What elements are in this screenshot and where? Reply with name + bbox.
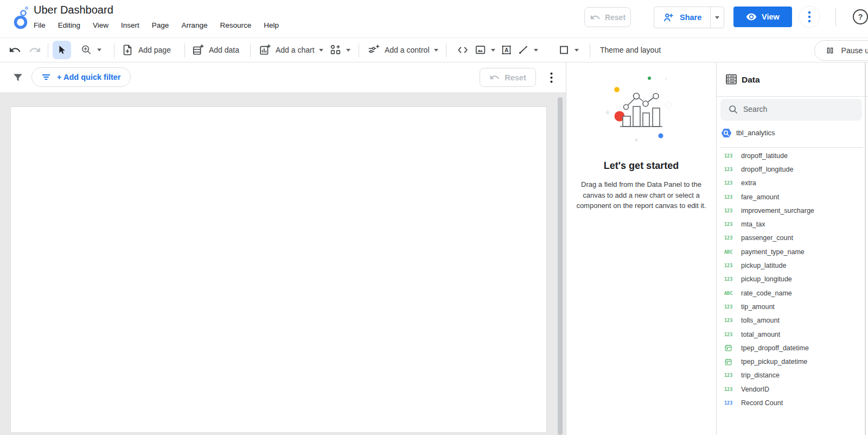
filter-reset-label: Reset	[505, 73, 526, 82]
shape-tool-button[interactable]	[558, 44, 579, 56]
chevron-down-icon	[534, 49, 538, 52]
add-data-button[interactable]: Add data	[192, 44, 239, 56]
field-row[interactable]: 123fare_amount	[717, 190, 865, 204]
menu-item-page[interactable]: Page	[152, 21, 169, 29]
number-field-type-icon: 123	[724, 208, 735, 213]
pause-updates-button[interactable]: Pause updates	[814, 40, 868, 61]
zoom-tool-button[interactable]	[80, 44, 101, 56]
field-name: dropoff_longitude	[741, 166, 793, 173]
data-panel-scrollbar[interactable]	[865, 62, 866, 435]
field-row[interactable]: tpep_dropoff_datetime	[717, 341, 865, 355]
number-field-type-icon: 123	[724, 318, 735, 323]
kebab-menu-icon	[808, 11, 811, 23]
menu-item-help[interactable]: Help	[264, 21, 279, 29]
quick-filter-bar: + Add quick filter Reset	[0, 62, 566, 92]
person-add-icon	[663, 12, 674, 23]
header-divider	[835, 8, 836, 26]
number-field-type-icon: 123	[724, 263, 735, 268]
share-button[interactable]: Share	[654, 7, 710, 28]
field-row[interactable]: tpep_pickup_datetime	[717, 355, 865, 368]
field-row[interactable]: 123improvement_surcharge	[717, 204, 865, 217]
field-row[interactable]: 123trip_distance	[717, 369, 865, 382]
field-row[interactable]: 123Record Count	[717, 396, 865, 409]
add-chart-icon	[259, 44, 271, 56]
field-row[interactable]: 123dropoff_latitude	[717, 149, 865, 162]
help-button[interactable]: ?	[853, 9, 868, 24]
field-row[interactable]: 123total_amount	[717, 327, 865, 341]
canvas-vertical-scrollbar[interactable]	[558, 97, 563, 435]
theme-and-layout-button[interactable]: Theme and layout	[600, 46, 661, 54]
add-data-icon	[192, 44, 204, 56]
number-field-type-icon: 123	[724, 304, 735, 310]
pause-updates-label: Pause updates	[841, 46, 868, 55]
toolbar-divider	[184, 43, 185, 58]
number-field-type-icon: 123	[724, 222, 735, 227]
panel-divider	[717, 96, 868, 97]
view-label: View	[762, 12, 780, 21]
field-row[interactable]: 123extra	[717, 176, 865, 190]
report-title[interactable]: Uber Dashboard	[34, 4, 113, 16]
text-tool-button[interactable]: A	[501, 44, 513, 56]
toolbar: Add page Add data Add a chart	[0, 37, 868, 62]
filter-reset-button[interactable]: Reset	[480, 68, 536, 87]
number-field-type-icon: 123	[724, 235, 735, 241]
data-search-input[interactable]: Search	[720, 99, 862, 121]
line-tool-button[interactable]	[518, 44, 538, 56]
field-row[interactable]: 123VendorID	[717, 382, 865, 396]
field-row[interactable]: 123tip_amount	[717, 300, 865, 313]
field-list: 123dropoff_latitude123dropoff_longitude1…	[717, 149, 865, 410]
filter-more-options-button[interactable]	[546, 69, 557, 86]
view-button[interactable]: View	[733, 7, 792, 27]
bigquery-hexagon-icon	[720, 127, 733, 140]
share-label: Share	[680, 13, 701, 22]
data-source-row[interactable]: tbl_analytics	[717, 125, 868, 141]
field-row[interactable]: 123tolls_amount	[717, 314, 865, 327]
field-name: tip_amount	[741, 303, 775, 311]
field-row[interactable]: ABCrate_code_name	[717, 286, 865, 300]
text-field-type-icon: ABC	[724, 249, 735, 255]
more-options-button[interactable]	[799, 6, 820, 28]
community-viz-icon	[330, 44, 342, 56]
add-chart-button[interactable]: Add a chart	[259, 44, 323, 56]
looker-studio-logo-icon	[8, 3, 31, 30]
menu-item-insert[interactable]: Insert	[121, 21, 139, 29]
select-tool-button[interactable]	[53, 41, 71, 59]
menu-item-arrange[interactable]: Arrange	[181, 21, 207, 29]
menu-item-editing[interactable]: Editing	[58, 21, 80, 29]
field-name: Record Count	[741, 399, 783, 407]
undo-arrow-icon	[590, 12, 601, 23]
reset-button[interactable]: Reset	[584, 7, 631, 27]
metric-field-type-icon: 123	[724, 400, 735, 406]
menu-item-resource[interactable]: Resource	[220, 21, 251, 29]
field-row[interactable]: 123dropoff_longitude	[717, 162, 865, 176]
field-row[interactable]: 123mta_tax	[717, 217, 865, 231]
field-name: VendorID	[741, 386, 769, 393]
toolbar-divider	[359, 43, 359, 58]
field-name: tpep_dropoff_datetime	[741, 344, 809, 352]
rectangle-shape-icon	[558, 44, 570, 56]
chevron-down-icon	[575, 49, 579, 52]
menu-item-file[interactable]: File	[34, 21, 46, 29]
share-dropdown-button[interactable]	[710, 7, 724, 28]
embed-code-button[interactable]	[456, 44, 470, 56]
toolbar-divider	[250, 43, 251, 58]
field-row[interactable]: 123pickup_longitude	[717, 273, 865, 286]
community-visualizations-button[interactable]	[330, 44, 350, 56]
field-row[interactable]: 123passenger_count	[717, 231, 865, 245]
number-field-type-icon: 123	[724, 387, 735, 392]
undo-button[interactable]	[9, 44, 21, 56]
report-canvas-page[interactable]	[10, 106, 547, 433]
undo-arrow-icon	[489, 72, 500, 83]
panel-divider	[719, 147, 863, 148]
image-tool-button[interactable]	[475, 44, 495, 56]
add-control-button[interactable]: Add a control	[368, 44, 438, 56]
field-row[interactable]: 123pickup_latitude	[717, 259, 865, 272]
add-quick-filter-button[interactable]: + Add quick filter	[31, 67, 131, 87]
add-page-button[interactable]: Add page	[122, 44, 171, 56]
data-panel: Data Search tbl_analytics 123dropoff_lat…	[716, 62, 868, 435]
field-row[interactable]: ABCpayment_type_name	[717, 245, 865, 259]
redo-button[interactable]	[29, 44, 41, 56]
menu-item-view[interactable]: View	[93, 21, 108, 29]
chart-illustration	[586, 68, 673, 144]
data-source-name: tbl_analytics	[736, 129, 775, 137]
